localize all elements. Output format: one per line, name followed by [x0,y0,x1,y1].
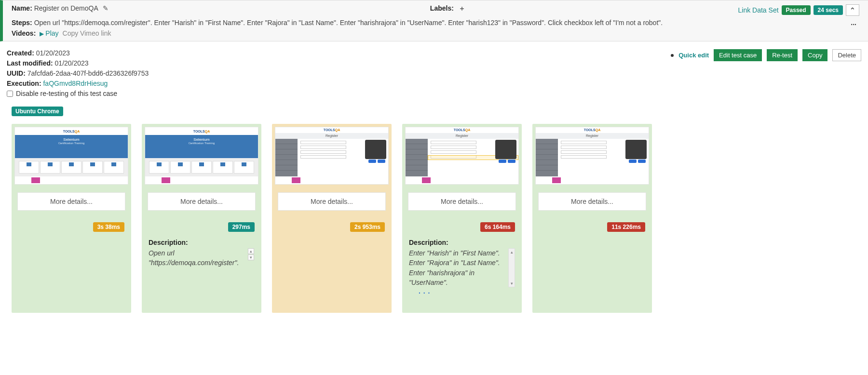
more-details-button[interactable]: More details... [148,192,256,211]
step-time-badge: 297ms [228,222,255,232]
steps-value: Open url "https://demoqa.com/register". … [34,19,848,27]
execution-link[interactable]: faQGmvd8RdrHiesug [43,80,108,87]
more-details-button[interactable]: More details... [17,192,125,211]
uuid-value: 7afcfda6-2daa-407f-bdd6-d236326f9753 [27,69,149,77]
add-label-icon[interactable] [459,4,465,12]
step-thumbnail[interactable]: TOOLSQA Register [535,127,649,185]
collapse-toggle-icon[interactable] [846,4,859,16]
play-video-button[interactable]: Play [40,29,58,37]
execution-label: Execution: [7,80,41,87]
created-label: Created: [7,49,34,57]
more-details-button[interactable]: More details... [538,192,646,211]
duration-badge: 24 secs [814,5,843,15]
description-label: Description: [409,239,515,246]
link-data-set[interactable]: Link Data Set [738,6,779,14]
quick-edit-link[interactable]: Quick edit [678,52,709,59]
steps-more-icon[interactable]: ... [848,19,859,27]
disable-retest-label: Disable re-testing of this test case [16,90,117,97]
uuid-label: UUID: [7,69,26,77]
description-text: Enter "Harish" in "First Name". Enter "R… [409,248,505,287]
name-label: Name: [12,4,32,12]
delete-button[interactable]: Delete [832,49,861,61]
step-time-badge: 11s 226ms [607,222,645,232]
description-stepper[interactable]: ▴▾ [247,248,255,260]
description-label: Description: [149,239,255,246]
retest-button[interactable]: Re-test [767,49,798,61]
disable-retest-checkbox[interactable] [7,91,13,97]
step-card: TOOLSQA Register More details... 2s 953m… [272,124,392,313]
description-expand[interactable]: . . . [409,287,515,295]
edit-name-icon[interactable] [103,4,108,12]
description-text: Open url "https://demoqa.com/register". [149,248,244,268]
step-thumbnail[interactable]: TOOLSQA SeleniumCertification Training [14,127,128,185]
more-details-button[interactable]: More details... [408,192,516,211]
step-card: TOOLSQA SeleniumCertification Training M… [12,124,131,313]
step-thumbnail[interactable]: TOOLSQA Register [405,127,519,185]
edit-test-case-button[interactable]: Edit test case [714,49,762,61]
step-cards-row: TOOLSQA SeleniumCertification Training M… [0,119,868,327]
status-badge: Passed [782,5,811,15]
copy-button[interactable]: Copy [802,49,827,61]
copy-vimeo-link[interactable]: Copy Vimeo link [63,29,111,37]
meta-block: Created: 01/20/2023 Last modified: 01/20… [0,41,868,103]
step-time-badge: 6s 164ms [480,222,515,232]
step-thumbnail[interactable]: TOOLSQA Register [275,127,389,185]
more-details-button[interactable]: More details... [278,192,386,211]
test-case-header: Name: Register on DemoQA Labels: Link Da… [0,0,868,41]
step-thumbnail[interactable]: TOOLSQA SeleniumCertification Training [145,127,258,185]
videos-label: Videos: [12,29,36,37]
modified-value: 01/20/2023 [55,59,89,67]
description-scrollbar[interactable]: ▴▾ [508,248,515,287]
steps-label: Steps: [12,19,32,27]
labels-label: Labels: [430,4,454,12]
step-time-badge: 3s 38ms [93,222,124,232]
created-value: 01/20/2023 [36,49,70,57]
modified-label: Last modified: [7,59,53,67]
step-card: TOOLSQA Register More details... 11s 226… [532,124,652,313]
step-card: TOOLSQA SeleniumCertification Training M… [142,124,261,313]
step-time-badge: 2s 953ms [350,222,385,232]
unsaved-dot-icon [671,54,674,57]
step-card: TOOLSQA Register More details... 6s 164m… [402,124,522,313]
name-value: Register on DemoQA [34,4,98,12]
platform-tag: Ubuntu Chrome [12,107,63,116]
